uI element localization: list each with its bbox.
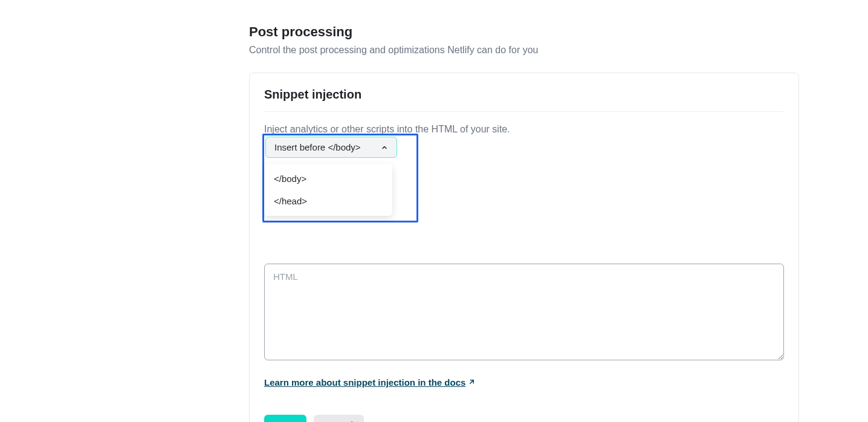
settings-section: Post processing Control the post process… [249, 24, 799, 422]
cancel-button[interactable]: Cancel [314, 415, 364, 422]
save-button[interactable]: Save [264, 415, 306, 422]
svg-line-0 [470, 380, 473, 383]
card-title: Snippet injection [264, 88, 784, 112]
insert-position-dropdown[interactable]: Insert before </body> </body> </head> [264, 137, 416, 216]
dropdown-menu: </body> </head> [264, 164, 392, 216]
dropdown-selected-label: Insert before </body> [274, 142, 361, 152]
page-subtitle: Control the post processing and optimiza… [249, 45, 799, 56]
dropdown-option-head[interactable]: </head> [264, 190, 392, 212]
dropdown-option-body[interactable]: </body> [264, 167, 392, 190]
dropdown-toggle[interactable]: Insert before </body> [265, 137, 397, 158]
docs-link-text: Learn more about snippet injection in th… [264, 377, 465, 388]
chevron-up-icon [381, 144, 388, 151]
external-link-icon [468, 377, 476, 388]
button-row: Save Cancel [264, 415, 784, 422]
snippet-injection-card: Snippet injection Inject analytics or ot… [249, 73, 799, 422]
html-textarea[interactable] [264, 264, 784, 360]
page-title: Post processing [249, 24, 799, 40]
docs-link[interactable]: Learn more about snippet injection in th… [264, 377, 476, 388]
form-area: Insert before </body> </body> </head> Le… [264, 135, 784, 422]
dropdown-highlight-box: Insert before </body> </body> </head> [262, 134, 418, 222]
